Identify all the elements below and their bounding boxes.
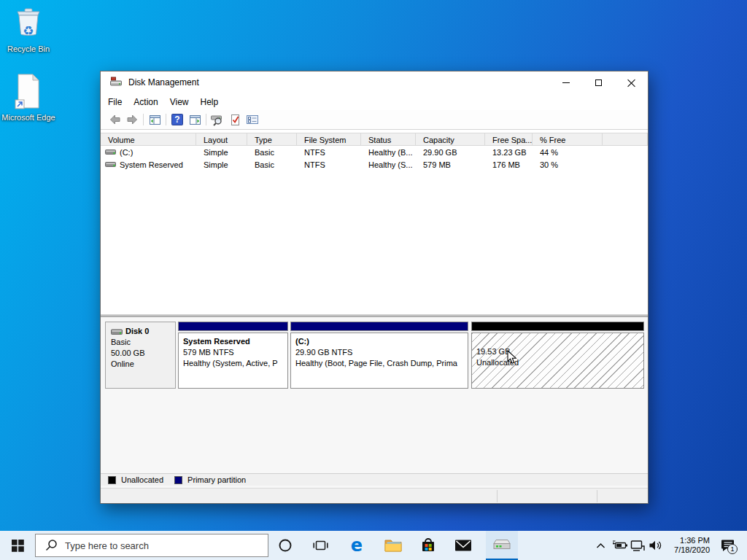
desktop-background: ♻ Recycle Bin Microsoft Edge [0,0,747,560]
taskbar-edge-button[interactable]: e [340,531,374,560]
taskbar-store-button[interactable] [411,531,445,560]
disk0-header-panel[interactable]: Disk 0 Basic 50.00 GB Online [105,322,176,389]
clock-date: 7/18/2020 [674,545,710,555]
disk-management-icon [492,537,511,552]
taskbar-clock[interactable]: 1:36 PM 7/18/2020 [659,531,711,560]
row-volume: System Reserved [120,160,183,169]
disk-icon [111,328,123,335]
partition-status: Healthy (System, Active, P [183,358,287,369]
show-action-pane-button[interactable] [186,112,204,128]
network-tray-button[interactable] [629,531,646,560]
menu-view[interactable]: View [164,95,195,109]
legend-bar: Unallocated Primary partition [101,473,648,486]
window-title: Disk Management [128,77,199,88]
cortana-button[interactable] [268,531,302,560]
minimize-button[interactable] [549,71,582,93]
maximize-icon [595,79,602,86]
close-button[interactable] [615,71,648,93]
legend-primary-swatch [174,476,182,484]
column-header-capacity[interactable]: Capacity [416,133,485,145]
forward-icon [126,114,139,125]
unallocated-label: Unallocated [476,357,643,368]
desktop-icon-microsoft-edge[interactable]: Microsoft Edge [0,73,57,122]
column-header-file-system[interactable]: File System [297,133,361,145]
taskbar-search[interactable] [35,534,268,557]
title-bar[interactable]: Disk Management [101,71,648,93]
search-input[interactable] [65,540,247,551]
table-row[interactable]: (C:) Simple Basic NTFS Healthy (B... 29.… [101,146,648,158]
row-capacity: 579 MB [416,160,485,169]
volume-list-header: Volume Layout Type File System Status Ca… [101,133,648,146]
battery-tray-button[interactable] [611,531,629,560]
action-pane-icon [189,114,201,125]
toolbar-separator [166,114,166,125]
mail-icon [454,539,472,552]
partition-unallocated[interactable]: 19.53 GB Unallocated [471,322,644,389]
status-bar-divider [597,490,597,502]
column-header-pct-free[interactable]: % Free [533,133,603,145]
notification-badge: 1 [727,544,738,554]
chevron-up-icon [596,542,605,549]
legend-unallocated-label: Unallocated [121,475,163,484]
row-file-system: NTFS [297,148,361,157]
show-console-tree-button[interactable] [146,112,163,128]
column-header-free-space[interactable]: Free Spa... [485,133,533,145]
column-header-layout[interactable]: Layout [196,133,247,145]
legend-primary-label: Primary partition [187,475,246,484]
row-type: Basic [247,160,297,169]
ethernet-network-icon [630,540,645,552]
column-header-type[interactable]: Type [247,133,297,145]
menu-help[interactable]: Help [195,95,225,109]
disk0-type: Basic [111,337,175,348]
row-free-space: 176 MB [485,160,533,169]
properties-button[interactable] [244,112,261,128]
task-view-button[interactable] [303,531,337,560]
partition-c-drive[interactable]: (C:) 29.90 GB NTFS Healthy (Boot, Page F… [290,322,468,389]
taskbar-mail-button[interactable] [446,531,480,560]
mouse-cursor [507,350,517,365]
disk-management-app-icon [110,76,123,90]
console-tree-icon [149,114,161,125]
volume-list-pane: Volume Layout Type File System Status Ca… [101,130,648,314]
column-header-blank [603,133,648,145]
row-status: Healthy (B... [361,148,416,157]
menu-file[interactable]: File [102,95,128,109]
toolbar-separator [206,114,206,125]
rescan-disks-button[interactable] [209,112,226,128]
table-row[interactable]: System Reserved Simple Basic NTFS Health… [101,158,648,171]
disk0-name: Disk 0 [125,326,149,337]
edge-icon: e [347,536,366,555]
forward-button[interactable] [123,112,141,128]
disk-management-window: Disk Management File Action View Help [100,71,649,504]
check-document-icon [229,114,241,126]
status-bar-divider [497,490,498,502]
column-header-volume[interactable]: Volume [101,133,196,145]
menu-action[interactable]: Action [128,95,163,109]
recycle-arrows-icon: ♻ [23,23,34,39]
start-button[interactable] [0,531,35,560]
disk0-size: 50.00 GB [111,348,175,359]
clock-time: 1:36 PM [680,536,710,545]
taskbar-disk-management-button[interactable] [486,531,518,560]
edge-shortcut-label: Microsoft Edge [0,112,57,122]
hidden-icons-button[interactable] [592,531,608,560]
check-disk-button[interactable] [226,112,244,128]
toolbar: ? [101,110,648,130]
maximize-button[interactable] [582,71,615,93]
file-explorer-icon [384,538,402,553]
row-pct-free: 44 % [533,148,603,157]
taskbar-file-explorer-button[interactable] [376,531,410,560]
row-free-space: 13.23 GB [485,148,533,157]
microsoft-store-icon [419,537,437,554]
back-button[interactable] [106,112,123,128]
disk0-status: Online [111,359,175,370]
partition-system-reserved[interactable]: System Reserved 579 MB NTFS Healthy (Sys… [178,322,288,389]
volume-icon [105,161,116,168]
unallocated-size: 19.53 GB [476,346,643,357]
row-layout: Simple [196,148,247,157]
column-header-status[interactable]: Status [361,133,416,145]
svg-text:?: ? [174,114,179,125]
checklist-icon [246,114,259,125]
desktop-icon-recycle-bin[interactable]: ♻ Recycle Bin [0,6,57,54]
help-button[interactable]: ? [169,112,186,128]
